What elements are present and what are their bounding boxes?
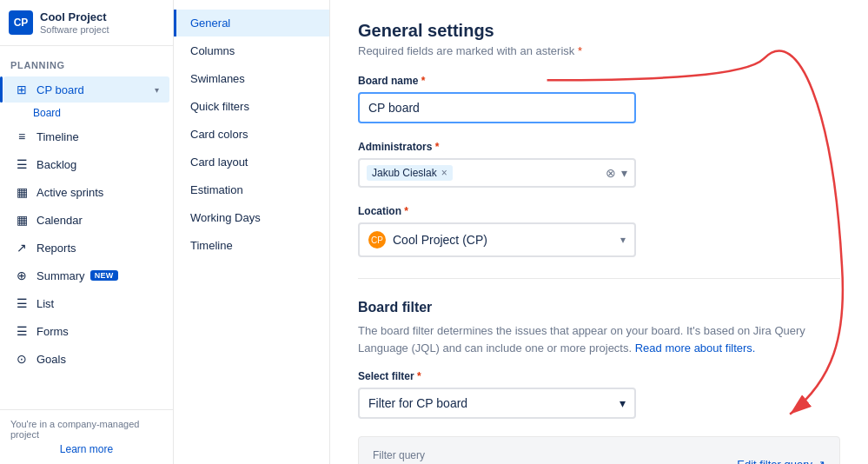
location-value: Cool Project (CP): [393, 233, 620, 247]
settings-nav-swimlanes[interactable]: Swimlanes: [174, 65, 329, 92]
administrators-label: Administrators *: [358, 141, 840, 153]
settings-nav: General Columns Swimlanes Quick filters …: [174, 0, 330, 464]
sidebar: CP Cool Project Software project PLANNIN…: [0, 0, 174, 464]
sidebar-item-label: List: [36, 297, 54, 310]
page-title: General settings: [358, 21, 840, 41]
required-asterisk3: *: [404, 205, 408, 217]
sidebar-item-label: Forms: [36, 325, 69, 338]
administrator-tag[interactable]: Jakub Cieslak ×: [367, 165, 453, 181]
settings-nav-estimation[interactable]: Estimation: [174, 176, 329, 203]
new-badge: NEW: [90, 270, 118, 281]
project-info: Cool Project Software project: [40, 10, 109, 35]
edit-filter-link[interactable]: Edit filter query ↗: [737, 458, 825, 464]
select-filter-group: Select filter * Filter for CP board ▾: [358, 370, 840, 419]
board-icon: ⊞: [14, 82, 30, 97]
company-managed-note: You're in a company-managed project: [10, 419, 162, 440]
sidebar-item-forms[interactable]: ☰ Forms: [3, 318, 169, 344]
planning-section-label: PLANNING: [0, 46, 173, 76]
sidebar-item-timeline[interactable]: ≡ Timeline: [3, 123, 169, 149]
required-asterisk4: *: [417, 370, 421, 382]
sidebar-item-label: Active sprints: [36, 186, 103, 199]
settings-nav-card-colors[interactable]: Card colors: [174, 121, 329, 148]
required-asterisk: *: [421, 75, 426, 87]
project-type: Software project: [40, 24, 109, 35]
board-filter-desc: The board filter determines the issues t…: [358, 322, 840, 356]
backlog-icon: ☰: [14, 156, 30, 172]
filter-query-content: Filter query project = CP ORDER BY Rank …: [373, 449, 577, 464]
forms-icon: ☰: [14, 323, 30, 339]
timeline-icon: ≡: [14, 129, 30, 144]
summary-icon: ⊕: [14, 268, 30, 283]
location-avatar: CP: [368, 231, 386, 249]
board-name-group: Board name *: [358, 75, 840, 123]
board-filter-title: Board filter: [358, 300, 840, 315]
location-select[interactable]: CP Cool Project (CP) ▾: [358, 222, 636, 257]
filter-query-box: Filter query project = CP ORDER BY Rank …: [358, 436, 840, 464]
board-name-input[interactable]: [358, 92, 636, 123]
list-icon: ☰: [14, 295, 30, 311]
reports-icon: ↗: [14, 240, 30, 255]
external-link-icon: ↗: [816, 458, 825, 464]
learn-more-link[interactable]: Learn more: [10, 443, 162, 455]
tag-label: Jakub Cieslak: [372, 167, 437, 179]
sidebar-item-label: Reports: [36, 242, 76, 255]
settings-nav-quick-filters[interactable]: Quick filters: [174, 93, 329, 120]
sidebar-item-reports[interactable]: ↗ Reports: [3, 235, 169, 261]
avatar: CP: [9, 10, 33, 35]
sidebar-item-label: Calendar: [36, 214, 83, 227]
required-note: Required fields are marked with an aster…: [358, 44, 840, 57]
sidebar-footer: You're in a company-managed project Lear…: [0, 409, 173, 464]
sidebar-item-label: Goals: [36, 353, 66, 366]
board-sub-label[interactable]: Board: [0, 103, 173, 123]
sidebar-item-label: Backlog: [36, 158, 76, 171]
board-name-label: Board name *: [358, 75, 840, 87]
asterisk: *: [578, 44, 582, 57]
filter-value: Filter for CP board: [368, 396, 467, 410]
chevron-down-icon[interactable]: ▾: [621, 166, 627, 180]
location-label: Location *: [358, 205, 840, 217]
project-name: Cool Project: [40, 10, 109, 24]
calendar-icon: ▦: [14, 212, 30, 228]
chevron-down-icon: ▾: [620, 396, 626, 410]
sidebar-item-board[interactable]: ⊞ CP board ▾: [3, 76, 169, 103]
sidebar-item-list[interactable]: ☰ List: [3, 290, 169, 316]
settings-nav-timeline[interactable]: Timeline: [174, 232, 329, 259]
project-header[interactable]: CP Cool Project Software project: [0, 0, 173, 46]
clear-icon[interactable]: ⊗: [606, 166, 616, 180]
sidebar-item-label: Timeline: [36, 130, 79, 143]
settings-nav-general[interactable]: General: [174, 10, 329, 36]
location-group: Location * CP Cool Project (CP) ▾: [358, 205, 840, 257]
tag-remove-icon[interactable]: ×: [441, 167, 447, 179]
select-filter-label: Select filter *: [358, 370, 840, 382]
sidebar-item-backlog[interactable]: ☰ Backlog: [3, 151, 169, 177]
tag-input-left: Jakub Cieslak ×: [367, 165, 606, 181]
sidebar-item-label: Summary: [36, 269, 85, 282]
goals-icon: ⊙: [14, 351, 30, 367]
read-more-filters-link[interactable]: Read more about filters.: [635, 341, 756, 355]
settings-nav-working-days[interactable]: Working Days: [174, 204, 329, 231]
required-asterisk2: *: [435, 141, 440, 153]
select-filter-dropdown[interactable]: Filter for CP board ▾: [358, 388, 636, 419]
tag-input-icons: ⊗ ▾: [606, 166, 627, 180]
settings-nav-card-layout[interactable]: Card layout: [174, 149, 329, 176]
section-divider: [358, 278, 840, 279]
chevron-down-icon: ▾: [620, 234, 626, 246]
sidebar-item-active-sprints[interactable]: ▦ Active sprints: [3, 179, 169, 205]
administrators-group: Administrators * Jakub Cieslak × ⊗ ▾: [358, 141, 840, 188]
sprints-icon: ▦: [14, 184, 30, 200]
sidebar-item-label: CP board: [36, 83, 84, 96]
main-content: General settings Required fields are mar…: [330, 0, 868, 464]
chevron-down-icon: ▾: [155, 85, 159, 95]
administrators-input[interactable]: Jakub Cieslak × ⊗ ▾: [358, 158, 636, 188]
settings-nav-columns[interactable]: Columns: [174, 37, 329, 64]
sidebar-item-summary[interactable]: ⊕ Summary NEW: [3, 262, 169, 288]
filter-query-label: Filter query: [373, 449, 577, 461]
sidebar-item-goals[interactable]: ⊙ Goals: [3, 346, 169, 372]
sidebar-item-calendar[interactable]: ▦ Calendar: [3, 207, 169, 233]
